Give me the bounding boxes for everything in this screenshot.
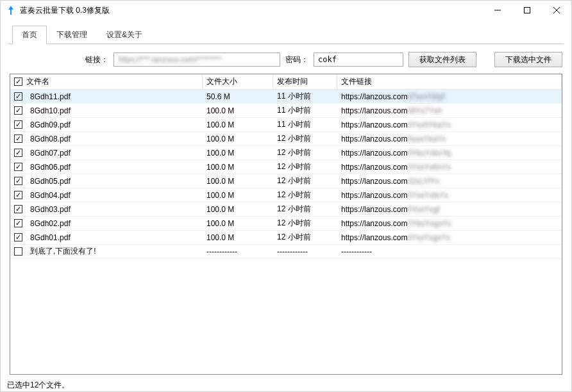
- row-checkbox[interactable]: [14, 247, 22, 256]
- table-row[interactable]: 8Gdh10.pdf100.0 M11 小时前https://lanzous.c…: [10, 104, 562, 118]
- password-label: 密码：: [285, 54, 308, 65]
- cell-size: 100.0 M: [203, 118, 273, 131]
- minimize-button[interactable]: [483, 1, 512, 20]
- app-icon: [6, 5, 16, 15]
- tab-download-manager[interactable]: 下载管理: [47, 26, 97, 44]
- url-tail: /iYxxhYkaYx: [407, 120, 450, 129]
- url-base: ------------: [341, 247, 372, 256]
- row-checkbox[interactable]: [14, 120, 22, 129]
- file-name: 8Gdh06.pdf: [30, 163, 71, 172]
- close-button[interactable]: [542, 1, 571, 20]
- table-row[interactable]: 8Gdh07.pdf100.0 M12 小时前https://lanzous.c…: [10, 146, 562, 160]
- table-row[interactable]: 8Gdh01.pdf100.0 M12 小时前https://lanzous.c…: [10, 231, 562, 245]
- table-row[interactable]: 8Gdh02.pdf100.0 M12 小时前https://lanzous.c…: [10, 216, 562, 231]
- table-row[interactable]: 8Gdh06.pdf100.0 M12 小时前https://lanzous.c…: [10, 160, 562, 174]
- url-base: https://lanzous.com: [341, 177, 407, 186]
- column-header-name[interactable]: 文件名: [10, 74, 203, 90]
- cell-time: 11 小时前: [273, 118, 337, 131]
- status-text: 已选中12个文件。: [7, 380, 69, 389]
- window-controls: [483, 1, 571, 20]
- row-checkbox[interactable]: [14, 205, 22, 213]
- cell-time: 12 小时前: [273, 216, 337, 230]
- cell-time: 12 小时前: [273, 174, 337, 188]
- tab-home[interactable]: 首页: [12, 26, 47, 44]
- table-body[interactable]: 8Gdh11.pdf50.6 M11 小时前https://lanzous.co…: [10, 90, 562, 374]
- window-title: 蓝奏云批量下载 0.3修复版: [20, 5, 483, 16]
- content-area: 链接： 密码： 获取文件列表 下载选中文件 文件名 文件大小 发布时间 文件链接…: [1, 44, 571, 379]
- url-base: https://lanzous.com: [341, 135, 407, 143]
- titlebar: 蓝奏云批量下载 0.3修复版: [1, 1, 571, 20]
- table-header: 文件名 文件大小 发布时间 文件链接: [10, 74, 562, 90]
- table-row[interactable]: 8Gdh08.pdf100.0 M12 小时前https://lanzous.c…: [10, 132, 562, 146]
- cell-time: 12 小时前: [273, 188, 337, 202]
- tab-settings-about[interactable]: 设置&关于: [97, 26, 152, 44]
- tab-label: 首页: [22, 30, 37, 39]
- select-all-checkbox[interactable]: [14, 78, 22, 86]
- cell-name: 8Gdh06.pdf: [10, 160, 203, 174]
- fetch-list-button[interactable]: 获取文件列表: [408, 52, 476, 67]
- cell-name: 8Gdh01.pdf: [10, 231, 203, 244]
- cell-name: 8Gdh03.pdf: [10, 202, 203, 216]
- column-header-url[interactable]: 文件链接: [337, 74, 562, 90]
- file-table: 文件名 文件大小 发布时间 文件链接 8Gdh11.pdf50.6 M11 小时…: [10, 74, 562, 375]
- file-name: 8Gdh08.pdf: [30, 135, 71, 143]
- file-name: 8Gdh02.pdf: [30, 219, 71, 228]
- table-row[interactable]: 到底了,下面没有了!------------------------------…: [10, 245, 562, 259]
- tab-bar: 首页 下载管理 设置&关于: [1, 20, 571, 44]
- url-tail: /iYxxYxfxYx: [407, 191, 448, 200]
- cell-size: 100.0 M: [203, 216, 273, 230]
- row-checkbox[interactable]: [14, 177, 22, 185]
- toolbar: 链接： 密码： 获取文件列表 下载选中文件: [10, 52, 562, 67]
- column-header-size[interactable]: 文件大小: [203, 74, 273, 90]
- row-checkbox[interactable]: [14, 92, 22, 101]
- maximize-button[interactable]: [512, 1, 542, 20]
- download-selected-button[interactable]: 下载选中文件: [494, 52, 562, 67]
- file-name: 到底了,下面没有了!: [30, 246, 96, 257]
- table-row[interactable]: 8Gdh09.pdf100.0 M11 小时前https://lanzous.c…: [10, 118, 562, 132]
- row-checkbox[interactable]: [14, 219, 22, 227]
- cell-size: 100.0 M: [203, 132, 273, 145]
- password-input[interactable]: [314, 53, 403, 67]
- cell-url: https://lanzous.com/iYbuYxgxYs: [337, 216, 562, 230]
- cell-size: 100.0 M: [203, 188, 273, 202]
- table-row[interactable]: 8Gdh05.pdf100.0 M12 小时前https://lanzous.c…: [10, 174, 562, 188]
- row-checkbox[interactable]: [14, 233, 22, 241]
- url-base: https://lanzous.com: [341, 205, 407, 214]
- cell-size: ------------: [203, 245, 273, 258]
- row-checkbox[interactable]: [14, 106, 22, 115]
- cell-size: 100.0 M: [203, 202, 273, 216]
- cell-name: 8Gdh05.pdf: [10, 174, 203, 188]
- url-base: https://lanzous.com: [341, 92, 407, 101]
- url-base: https://lanzous.com: [341, 233, 407, 242]
- table-row[interactable]: 8Gdh04.pdf100.0 M12 小时前https://lanzous.c…: [10, 188, 562, 202]
- url-tail: /i7xxxYblyf: [407, 92, 444, 101]
- row-checkbox[interactable]: [14, 149, 22, 157]
- row-checkbox[interactable]: [14, 163, 22, 171]
- url-base: https://lanzous.com: [341, 106, 407, 115]
- cell-time: 11 小时前: [273, 90, 337, 103]
- cell-time: 12 小时前: [273, 132, 337, 145]
- url-base: https://lanzous.com: [341, 163, 407, 172]
- table-row[interactable]: 8Gdh03.pdf100.0 M12 小时前https://lanzous.c…: [10, 202, 562, 216]
- cell-url: ------------: [337, 245, 562, 258]
- url-tail: /i2xLYfYx: [407, 177, 439, 186]
- cell-name: 8Gdh02.pdf: [10, 216, 203, 230]
- url-tail: /iYbuYxgxYs: [407, 219, 451, 228]
- cell-time: 12 小时前: [273, 160, 337, 174]
- cell-url: https://lanzous.com/i8Yx7Yxh: [337, 104, 562, 117]
- link-input[interactable]: [114, 53, 280, 67]
- file-name: 8Gdh04.pdf: [30, 191, 71, 200]
- cell-url: https://lanzous.com/iYxxYxfmYx: [337, 160, 562, 174]
- url-base: https://lanzous.com: [341, 191, 407, 200]
- cell-time: 12 小时前: [273, 231, 337, 244]
- cell-time: 12 小时前: [273, 146, 337, 159]
- url-tail: /iYxxYxgxYs: [407, 233, 450, 242]
- table-row[interactable]: 8Gdh11.pdf50.6 M11 小时前https://lanzous.co…: [10, 90, 562, 104]
- row-checkbox[interactable]: [14, 135, 22, 143]
- row-checkbox[interactable]: [14, 191, 22, 199]
- column-header-time[interactable]: 发布时间: [273, 74, 337, 90]
- cell-url: https://lanzous.com/iuuxYkaYx: [337, 132, 562, 145]
- url-tail: /iYxxYxfmYx: [407, 163, 450, 172]
- url-tail: /iYbuYxbxYq: [407, 149, 451, 158]
- url-base: https://lanzous.com: [341, 149, 407, 158]
